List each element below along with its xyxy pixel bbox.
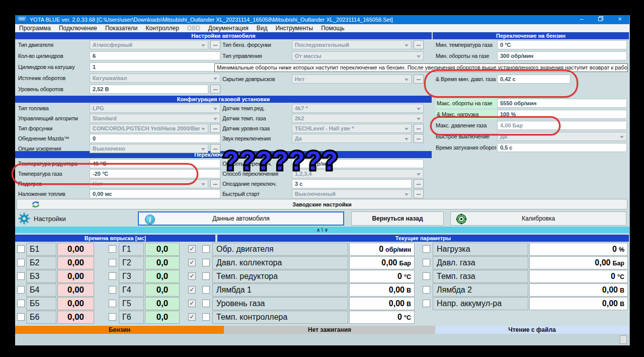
injector-petrol-checkbox[interactable] [17, 245, 25, 253]
field-label: Обеднение Mazda™ [18, 134, 89, 144]
parameter-checkbox[interactable] [202, 272, 210, 280]
field-value: TECHLevel - Hall уве * [295, 125, 354, 131]
dropdown-field[interactable]: Катушка/вал [90, 74, 220, 83]
parameter-checkbox[interactable] [423, 259, 430, 266]
input-field[interactable]: 2,52 В [90, 85, 208, 94]
input-field[interactable]: 5550 обр/мин [497, 99, 627, 108]
section-header-switch-to-petrol: Переключение на бензин [433, 32, 629, 39]
bottom-strip [15, 334, 629, 345]
injector-petrol-checkbox[interactable] [17, 259, 25, 266]
injector-gas-value: 0,0 [145, 311, 180, 324]
more-options-button[interactable]: ... [414, 40, 424, 49]
more-options-button[interactable]: ... [414, 189, 424, 198]
dropdown-field[interactable]: 4k7 * [292, 104, 424, 113]
dropdown-field[interactable]: Standard [90, 114, 220, 123]
dropdown-field[interactable]: 2k2 [292, 114, 424, 123]
input-field[interactable]: 0 °C [497, 40, 627, 49]
parameter-checkbox[interactable] [202, 313, 210, 321]
injector-petrol-label: Б2 [26, 256, 56, 269]
input-field[interactable]: 3 с [292, 179, 412, 188]
injector-petrol-value: 0,00 [57, 311, 94, 324]
injector-gas-checkbox[interactable] [109, 259, 116, 266]
menu-item-3[interactable]: Показатели [101, 25, 142, 32]
menu-item-8[interactable]: Инструменты [271, 25, 317, 32]
chevron-down-icon [201, 44, 205, 47]
menu-item-7[interactable]: Вид [253, 25, 272, 32]
injector-enable-checkbox[interactable]: ✓ [188, 245, 196, 253]
injector-petrol-checkbox[interactable] [17, 272, 25, 280]
more-options-button[interactable]: ... [210, 85, 220, 94]
injector-enable-checkbox[interactable]: ✓ [188, 286, 196, 294]
injector-petrol-checkbox[interactable] [17, 286, 25, 294]
injector-petrol-label: Б5 [26, 297, 56, 310]
injector-petrol-checkbox[interactable] [17, 313, 25, 321]
dropdown-field[interactable]: LPG [90, 104, 220, 113]
injector-enable-checkbox[interactable]: ✓ [188, 300, 196, 307]
input-field[interactable]: 300 обр/мин [497, 51, 627, 60]
dropdown-field[interactable]: От массы [292, 51, 424, 60]
more-options-button[interactable]: ... [210, 40, 220, 49]
injector-gas-checkbox[interactable] [109, 272, 116, 280]
factory-settings-button[interactable]: Заводские настройки [17, 199, 627, 209]
more-options-button[interactable]: ... [210, 144, 220, 153]
more-options-button[interactable]: ... [210, 179, 220, 188]
injector-enable-checkbox[interactable]: ✓ [188, 313, 196, 321]
dropdown-field[interactable]: Выключенный [292, 189, 412, 198]
car-data-label: Данные автомобиля [212, 215, 270, 222]
parameter-checkbox[interactable] [423, 300, 430, 307]
chevron-down-icon [405, 138, 409, 140]
injector-petrol-checkbox[interactable] [17, 300, 25, 307]
dropdown-field[interactable]: Нет [292, 75, 412, 84]
injector-enable-checkbox[interactable]: ✓ [188, 272, 196, 280]
calibration-button[interactable]: Калибровка [450, 211, 626, 226]
injector-gas-checkbox[interactable] [109, 245, 116, 253]
chevron-down-icon [417, 108, 421, 110]
menu-item-9[interactable]: Помощь [317, 25, 348, 32]
parameter-checkbox[interactable] [423, 286, 430, 294]
parameter-checkbox[interactable] [423, 245, 430, 253]
car-data-button[interactable]: i Данные автомобиля [138, 211, 344, 226]
injection-times-header: Времена впрыска [мс] [15, 235, 215, 242]
parameter-checkbox[interactable] [423, 272, 430, 280]
menu-item-6[interactable]: Документация [204, 25, 253, 32]
injector-gas-checkbox[interactable] [109, 300, 116, 307]
injector-enable-checkbox[interactable]: ✓ [188, 259, 196, 266]
dropdown-field[interactable]: Атмосферный [90, 40, 208, 49]
menu-item-5[interactable]: OBD [183, 25, 204, 32]
menu-item-1[interactable]: Программа [15, 25, 55, 32]
parameter-checkbox[interactable] [202, 259, 210, 266]
panel-splitter[interactable]: ∧ \ ∨ [15, 227, 629, 233]
dropdown-field[interactable]: Последовательный [292, 40, 412, 49]
settings-button[interactable]: Настройки [18, 211, 66, 226]
more-options-button[interactable]: ... [210, 124, 220, 133]
menu-item-4[interactable]: Контроллер [142, 25, 183, 32]
more-options-button[interactable]: ... [414, 134, 424, 143]
dropdown-field[interactable]: Да [292, 134, 412, 143]
parameter-value: 0% [529, 243, 628, 256]
input-field[interactable]: 0,00 мс [90, 189, 220, 198]
dropdown-field[interactable]: Выключено [90, 144, 208, 153]
bottom-strip-button[interactable] [620, 335, 627, 344]
more-options-button[interactable]: ... [414, 179, 424, 188]
parameter-checkbox[interactable] [202, 300, 210, 307]
parameter-checkbox[interactable] [202, 286, 210, 294]
input-field[interactable]: 6 [90, 51, 220, 60]
injector-gas-checkbox[interactable] [109, 313, 116, 321]
more-options-button[interactable]: ... [414, 124, 424, 133]
injector-gas-label: Г3 [119, 270, 144, 283]
dropdown-field[interactable]: TECHLevel - Hall уве * [292, 124, 412, 133]
dropdown-field[interactable]: CONCORD/LPGTECH Yeti/Hana 2000/Bar [90, 124, 208, 133]
close-button[interactable]: × [610, 15, 629, 24]
more-options-button[interactable]: ... [414, 75, 424, 84]
input-field[interactable]: 1 [90, 62, 220, 72]
back-button[interactable]: Вернуться назад [351, 211, 444, 226]
parameter-value: 0,00В [529, 297, 628, 310]
parameter-unit: В [620, 287, 624, 294]
input-field[interactable]: 0,5 с [497, 143, 627, 152]
minimize-button[interactable]: – [572, 15, 591, 24]
menu-item-2[interactable]: Подключение [55, 25, 101, 32]
injector-gas-checkbox[interactable] [109, 286, 116, 294]
parameter-checkbox[interactable] [202, 245, 210, 253]
restore-button[interactable] [591, 15, 610, 24]
input-field[interactable]: 0 [90, 134, 220, 143]
